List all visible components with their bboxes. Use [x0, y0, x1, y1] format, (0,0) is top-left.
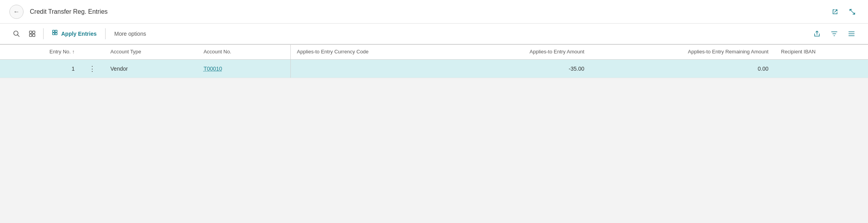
table-container: Entry No. ↑ Account Type Account No. App…: [0, 45, 868, 223]
grid-view-button[interactable]: [25, 27, 39, 41]
svg-line-1: [18, 35, 20, 37]
col-header-dots: [81, 45, 104, 59]
table-header-row: Entry No. ↑ Account Type Account No. App…: [0, 45, 868, 59]
filter-button[interactable]: [827, 27, 841, 41]
share-icon: [813, 30, 821, 37]
cell-account-no[interactable]: T00010: [197, 59, 290, 78]
main-window: ← Credit Transfer Reg. Entries: [0, 0, 868, 223]
row-context-menu-button[interactable]: ⋮: [87, 64, 98, 74]
search-icon: [13, 30, 20, 37]
header-left: ← Credit Transfer Reg. Entries: [9, 5, 108, 19]
col-header-account-type: Account Type: [104, 45, 197, 59]
grid-icon: [29, 30, 36, 37]
svg-rect-5: [33, 34, 35, 37]
apply-entries-button[interactable]: Apply Entries: [47, 27, 101, 40]
account-no-link[interactable]: T00010: [204, 66, 222, 72]
apply-icon-svg: [52, 30, 59, 37]
cell-account-type: Vendor: [104, 59, 197, 78]
list-menu-button[interactable]: [844, 27, 859, 41]
col-header-remaining-amount: Applies-to Entry Remaining Amount: [591, 45, 775, 59]
header-right: [829, 5, 859, 18]
cell-currency-code: [290, 59, 458, 78]
cell-entry-no: 1: [0, 59, 81, 78]
svg-rect-7: [55, 30, 57, 32]
svg-rect-2: [29, 31, 32, 33]
more-options-label: More options: [114, 31, 146, 37]
toolbar-divider-2: [105, 28, 106, 39]
back-button[interactable]: ←: [9, 5, 24, 19]
cell-recipient-iban: [775, 59, 868, 78]
list-icon: [848, 30, 855, 37]
open-in-new-button[interactable]: [829, 5, 841, 18]
cell-dots[interactable]: ⋮: [81, 59, 104, 78]
maximize-button[interactable]: [846, 5, 859, 18]
filter-icon: [831, 30, 838, 37]
toolbar-divider-1: [43, 28, 44, 39]
col-header-recipient-iban: Recipient IBAN: [775, 45, 868, 59]
entries-table: Entry No. ↑ Account Type Account No. App…: [0, 45, 868, 78]
svg-rect-8: [53, 33, 55, 35]
col-header-applies-amount: Applies-to Entry Amount: [458, 45, 591, 59]
col-header-entry-no[interactable]: Entry No. ↑: [0, 45, 81, 59]
apply-entries-icon: [52, 30, 59, 38]
back-icon: ←: [13, 8, 20, 15]
toolbar: Apply Entries More options: [0, 24, 868, 45]
share-button[interactable]: [810, 27, 824, 41]
svg-rect-4: [29, 34, 32, 37]
more-options-button[interactable]: More options: [109, 28, 151, 39]
page-title: Credit Transfer Reg. Entries: [30, 8, 108, 15]
apply-entries-label: Apply Entries: [61, 31, 97, 37]
table-row[interactable]: 1 ⋮ Vendor T00010 -35.00 0.00: [0, 59, 868, 78]
open-new-icon: [831, 8, 839, 16]
maximize-icon: [848, 8, 856, 16]
header: ← Credit Transfer Reg. Entries: [0, 0, 868, 24]
table-body: 1 ⋮ Vendor T00010 -35.00 0.00: [0, 59, 868, 78]
col-header-account-no: Account No.: [197, 45, 290, 59]
col-header-currency-code: Applies-to Entry Currency Code: [290, 45, 458, 59]
search-button[interactable]: [9, 27, 24, 41]
svg-rect-6: [53, 30, 55, 32]
toolbar-right: [810, 27, 859, 41]
cell-remaining-amount: 0.00: [591, 59, 775, 78]
svg-rect-3: [33, 31, 35, 33]
toolbar-left: Apply Entries More options: [9, 27, 151, 41]
svg-rect-9: [55, 33, 57, 35]
cell-applies-amount: -35.00: [458, 59, 591, 78]
